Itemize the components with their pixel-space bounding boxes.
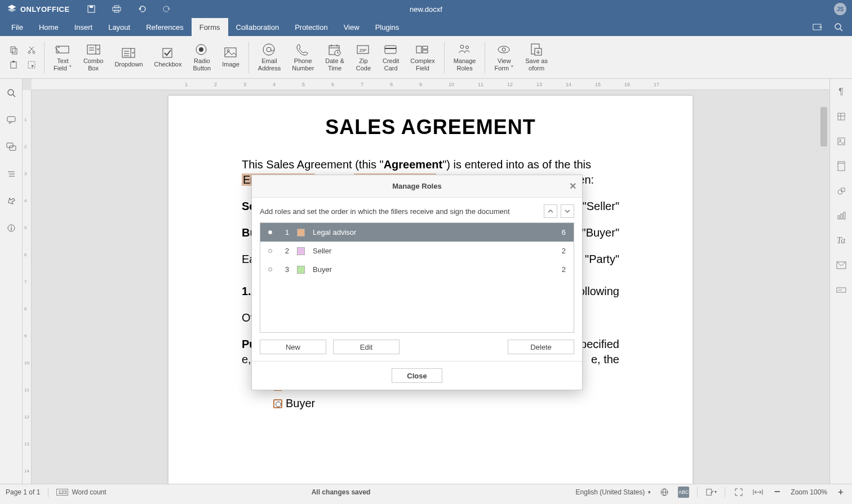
about-icon[interactable] (5, 222, 17, 234)
header-footer-icon[interactable] (835, 160, 847, 172)
feedback-icon[interactable] (5, 195, 17, 207)
zoom-level[interactable]: Zoom 100% (791, 488, 827, 496)
wordcount-icon: 123 (56, 489, 68, 496)
svg-point-56 (465, 46, 468, 48)
menu-collaboration[interactable]: Collaboration (228, 18, 287, 36)
zip-code-icon: ZIP (356, 43, 371, 56)
tool-checkbox[interactable]: Checkbox (149, 38, 188, 77)
svg-rect-81 (838, 216, 840, 219)
comments-icon[interactable] (5, 114, 17, 126)
menu-plugins[interactable]: Plugins (367, 18, 407, 36)
svg-marker-1 (8, 8, 16, 12)
radio-buyer[interactable]: Buyer (273, 396, 619, 411)
move-role-up-button[interactable] (544, 204, 557, 218)
move-role-down-button[interactable] (561, 204, 574, 218)
role-row[interactable]: 2Seller2 (260, 242, 574, 260)
tool-complex-field[interactable]: Complex Field (405, 38, 440, 77)
svg-rect-77 (838, 162, 845, 171)
menu-file[interactable]: File (3, 18, 31, 36)
language-selector[interactable]: English (United States)▾ (576, 488, 651, 496)
menu-insert[interactable]: Insert (66, 18, 101, 36)
menubar-right (813, 18, 852, 36)
tool-phone-number[interactable]: Phone Number (286, 38, 320, 77)
save-icon[interactable] (87, 5, 96, 14)
shape-settings-icon[interactable] (835, 185, 847, 197)
tool-text-field[interactable]: Text Field ˅ (48, 38, 78, 77)
tool-zip-code[interactable]: ZIPZip Code (350, 38, 377, 77)
headings-icon[interactable] (5, 168, 17, 180)
track-changes-icon[interactable]: ▾ (705, 487, 717, 498)
svg-point-36 (199, 47, 203, 52)
zoom-out-icon[interactable]: − (771, 487, 783, 498)
fit-width-icon[interactable] (752, 487, 764, 498)
undo-icon[interactable] (137, 5, 147, 14)
new-role-button[interactable]: New (260, 340, 326, 354)
image-settings-icon[interactable] (835, 135, 847, 148)
svg-point-16 (28, 51, 30, 53)
quick-actions (87, 5, 171, 14)
zoom-in-icon[interactable]: + (835, 487, 846, 498)
form-settings-icon[interactable] (835, 284, 847, 296)
menu-home[interactable]: Home (31, 18, 66, 36)
menu-view[interactable]: View (336, 18, 367, 36)
fit-page-icon[interactable] (733, 487, 744, 498)
vertical-scrollbar[interactable] (820, 107, 827, 146)
tool-date-time[interactable]: Date & Time (320, 38, 350, 77)
role-row[interactable]: 3Buyer2 (260, 260, 574, 279)
tool-combo-box[interactable]: Combo Box (78, 38, 109, 77)
paragraph-icon[interactable]: ¶ (835, 86, 847, 98)
vertical-ruler[interactable]: 1234567891011121314 (23, 90, 32, 484)
role-row[interactable]: 1Legal advisor6 (260, 223, 574, 242)
print-icon[interactable] (112, 5, 122, 14)
paste-icon[interactable] (8, 59, 19, 70)
tool-view-form[interactable]: View Form ˅ (489, 38, 520, 77)
copy-icon[interactable] (8, 44, 19, 56)
menu-references[interactable]: References (138, 18, 191, 36)
dialog-title-bar[interactable]: Manage Roles ✕ (252, 175, 582, 198)
textart-icon[interactable]: Ta (835, 234, 847, 247)
tool-radio-button[interactable]: Radio Button (187, 38, 216, 77)
horizontal-ruler[interactable]: 1234567891011121314151617 (32, 79, 829, 90)
save-status: All changes saved (114, 488, 568, 496)
svg-point-79 (838, 190, 842, 194)
svg-point-39 (263, 44, 274, 55)
menu-protection[interactable]: Protection (287, 18, 336, 36)
svg-rect-12 (11, 47, 15, 52)
spellcheck-icon[interactable]: ABC (678, 487, 689, 498)
edit-role-button[interactable]: Edit (333, 340, 400, 354)
tool-dropdown[interactable]: Dropdown (109, 38, 148, 77)
svg-rect-72 (838, 113, 845, 120)
delete-role-button[interactable]: Delete (508, 340, 574, 354)
doc-heading: SALES AGREEMENT (242, 114, 619, 141)
tool-credit-card[interactable]: Credit Card (377, 38, 405, 77)
set-doc-language-icon[interactable] (659, 487, 670, 498)
page-indicator[interactable]: Page 1 of 1 (6, 488, 40, 496)
dialog-description: Add roles and set the order in which the… (260, 207, 510, 216)
menu-layout[interactable]: Layout (100, 18, 138, 36)
tool-manage-roles[interactable]: Manage Roles (448, 38, 482, 77)
table-settings-icon[interactable] (835, 110, 847, 123)
clipboard-column (5, 44, 23, 70)
svg-line-62 (13, 95, 15, 97)
cut-icon[interactable] (26, 44, 37, 56)
mail-merge-icon[interactable] (835, 259, 847, 271)
dialog-title: Manage Roles (392, 182, 441, 190)
tool-save-as-oform[interactable]: Save as oform (520, 38, 553, 77)
find-icon[interactable] (834, 23, 843, 32)
chart-settings-icon[interactable] (835, 209, 847, 222)
word-count[interactable]: 123 Word count (56, 488, 106, 496)
svg-point-10 (835, 24, 841, 29)
select-icon[interactable] (26, 59, 37, 70)
chat-icon[interactable] (5, 141, 17, 153)
user-avatar[interactable]: JS (834, 3, 846, 15)
open-location-icon[interactable] (813, 23, 823, 32)
menu-forms[interactable]: Forms (192, 18, 228, 36)
tool-email-address[interactable]: Email Address (252, 38, 286, 77)
svg-line-11 (840, 29, 842, 31)
close-dialog-button[interactable]: Close (392, 368, 442, 383)
search-icon[interactable] (5, 87, 17, 99)
dialog-close-icon[interactable]: ✕ (569, 181, 576, 191)
redo-icon[interactable] (162, 5, 171, 14)
tool-image[interactable]: Image (216, 38, 245, 77)
title-bar: ONLYOFFICE new.docxf JS (0, 0, 852, 18)
